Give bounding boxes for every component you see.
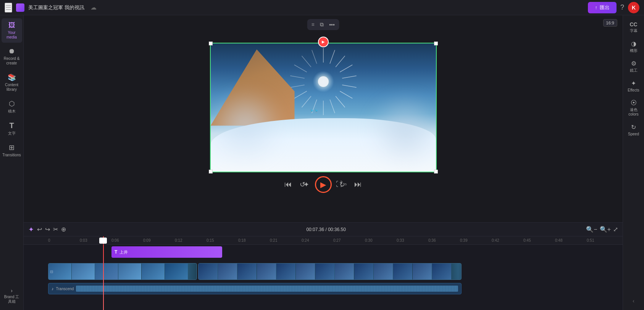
ruler-mark-4: 0:12 bbox=[175, 238, 207, 243]
cut-button[interactable]: ✂ bbox=[53, 226, 58, 233]
video-thumb-6 bbox=[165, 263, 188, 279]
fullscreen-button[interactable]: ⛶ bbox=[336, 180, 343, 188]
text-clip-icon: T bbox=[115, 249, 117, 255]
text-track-clip[interactable]: T 上井 bbox=[111, 246, 222, 258]
center-area: ⌗ ⧉ ••• 16:9 bbox=[24, 15, 623, 310]
magic-tool-button[interactable]: ✦ bbox=[303, 180, 309, 189]
ruler-mark-12: 0:36 bbox=[428, 238, 460, 243]
video-thumb-10 bbox=[257, 263, 276, 279]
undo-button[interactable]: ↩ bbox=[37, 226, 42, 233]
timeline-toolbar: ✦ ↩ ↪ ✂ ⊕ 00:07.36 / 00:36.50 🔍− 🔍+ ⤢ bbox=[24, 223, 623, 236]
ruler-mark-11: 0:33 bbox=[397, 238, 428, 243]
hamburger-button[interactable]: ☰ bbox=[5, 3, 12, 13]
preview-container: ⌗ ⧉ ••• 16:9 bbox=[24, 15, 623, 222]
sidebar-item-transitions[interactable]: ⊞ Transitions bbox=[2, 140, 22, 161]
aspect-ratio-button[interactable]: 16:9 bbox=[603, 19, 617, 27]
export-button[interactable]: ↑ 匯出 bbox=[588, 2, 617, 13]
topbar: ☰ 美工圖案之冠軍 我的視訊 ☁ ↑ 匯出 ? K bbox=[0, 0, 644, 15]
svg-line-6 bbox=[340, 91, 352, 98]
sidebar-item-record-create[interactable]: ⏺ Record &create bbox=[2, 44, 22, 69]
rs-item-shape[interactable]: ◑ 橢形 bbox=[624, 37, 643, 56]
more-tool-button[interactable]: ••• bbox=[328, 21, 336, 29]
playback-controls: ✦ ⏮ ↺5 ▶ ↻5 ⏭ ⛶ bbox=[284, 172, 362, 195]
help-button[interactable]: ? bbox=[620, 3, 624, 11]
magnet-button[interactable]: ⊕ bbox=[61, 226, 66, 233]
svg-line-16 bbox=[302, 56, 311, 67]
sidebar-item-your-media[interactable]: 🖼 Your media bbox=[2, 18, 22, 43]
video-clip-2[interactable] bbox=[198, 263, 462, 280]
main-area: 🖼 Your media ⏺ Record &create 📚 Contentl… bbox=[0, 15, 644, 310]
zoom-in-button[interactable]: 🔍+ bbox=[600, 226, 611, 233]
left-sidebar: 🖼 Your media ⏺ Record &create 📚 Contentl… bbox=[0, 15, 24, 310]
ruler-mark-17: 0:51 bbox=[587, 238, 618, 243]
export-arrow-icon: ↑ bbox=[595, 5, 597, 10]
preview-playhead-indicator: ▶ bbox=[318, 37, 329, 47]
svg-line-12 bbox=[294, 91, 307, 98]
redo-button[interactable]: ↪ bbox=[45, 226, 50, 233]
ruler-playhead-handle[interactable] bbox=[99, 238, 107, 244]
video-thumb-17 bbox=[393, 263, 412, 279]
video-thumb-8 bbox=[218, 263, 237, 279]
video-thumb-3 bbox=[95, 263, 118, 279]
svg-line-4 bbox=[342, 75, 356, 78]
pip-tool-button[interactable]: ⧉ bbox=[318, 21, 325, 29]
ruler-mark-14: 0:42 bbox=[492, 238, 523, 243]
filter-icon: ⚙ bbox=[631, 60, 636, 67]
topbar-left: ☰ 美工圖案之冠軍 我的視訊 ☁ bbox=[5, 3, 588, 13]
zoom-controls: 🔍− 🔍+ ⤢ bbox=[586, 226, 618, 233]
video-clip-1[interactable]: ⊟ bbox=[48, 263, 197, 280]
project-title: 美工圖案之冠軍 我的視訊 bbox=[28, 4, 84, 11]
corner-handle-bl[interactable] bbox=[209, 170, 213, 173]
prev-frame-button[interactable]: ⏮ bbox=[284, 180, 292, 189]
rs-item-caption[interactable]: CC 字幕 bbox=[624, 18, 643, 36]
add-track-button[interactable]: ✦ bbox=[28, 225, 34, 234]
sidebar-brand-toolbox[interactable]: › Brand 工具箱 bbox=[2, 284, 22, 307]
audio-clip-label: Transcend bbox=[56, 287, 74, 291]
video-thumb-15 bbox=[354, 263, 373, 279]
video-clip-lock-icon: ⊟ bbox=[50, 270, 53, 274]
timeline-ruler: 0 0:03 0:06 0:09 0:12 0:15 0:18 0:21 0:2… bbox=[24, 236, 623, 245]
sidebar-item-text[interactable]: T 文字 bbox=[2, 118, 22, 139]
video-track-row: ⊟ bbox=[48, 262, 623, 281]
preview-video: 🐦 🐦 bbox=[211, 43, 436, 172]
video-thumb-strip-2 bbox=[199, 263, 461, 279]
sticker-icon: ⬡ bbox=[9, 100, 15, 108]
svg-point-19 bbox=[318, 76, 329, 87]
video-thumb-2 bbox=[72, 263, 95, 279]
crop-tool-button[interactable]: ⌗ bbox=[310, 21, 316, 29]
fit-zoom-button[interactable]: ⤢ bbox=[613, 226, 618, 233]
avatar: K bbox=[628, 2, 639, 13]
play-pause-button[interactable]: ▶ bbox=[315, 176, 332, 193]
zoom-out-button[interactable]: 🔍− bbox=[586, 226, 597, 233]
content-library-icon: 📚 bbox=[8, 73, 16, 82]
svg-line-15 bbox=[294, 65, 307, 72]
sun-rays-svg bbox=[289, 47, 358, 116]
sidebar-item-content-library[interactable]: 📚 Contentlibrary bbox=[2, 70, 22, 95]
rs-item-colors[interactable]: ⦿ 遠色colors bbox=[624, 96, 643, 120]
rs-item-speed[interactable]: ↻ Speed bbox=[624, 120, 643, 140]
right-sidebar-collapse[interactable]: ‹ bbox=[629, 295, 638, 307]
svg-line-14 bbox=[290, 75, 304, 78]
sidebar-item-sticker[interactable]: ⬡ 積木 bbox=[2, 96, 22, 117]
corner-handle-tr[interactable] bbox=[434, 42, 438, 45]
corner-handle-br[interactable] bbox=[434, 170, 438, 173]
video-thumb-19 bbox=[432, 263, 451, 279]
audio-clip[interactable]: ♪ Transcend bbox=[48, 283, 462, 294]
audio-waveform bbox=[76, 286, 458, 292]
preview-toolbar: ⌗ ⧉ ••• bbox=[307, 19, 339, 30]
corner-handle-tl[interactable] bbox=[209, 42, 213, 45]
blur-overlay-left bbox=[211, 88, 283, 164]
text-clip-label: 上井 bbox=[119, 249, 128, 255]
ruler-mark-6: 0:18 bbox=[238, 238, 270, 243]
svg-line-13 bbox=[290, 85, 304, 87]
video-thumb-12 bbox=[296, 263, 315, 279]
next-frame-button[interactable]: ⏭ bbox=[354, 180, 362, 189]
figures: 🐦 🐦 bbox=[310, 109, 318, 112]
expand-icon: › bbox=[11, 288, 13, 294]
rs-item-effects[interactable]: ✦ Effects bbox=[624, 77, 643, 96]
svg-line-8 bbox=[330, 99, 335, 113]
video-thumb-16 bbox=[374, 263, 393, 279]
effects-icon: ✦ bbox=[631, 80, 636, 87]
ruler-mark-13: 0:39 bbox=[460, 238, 492, 243]
rs-item-filter[interactable]: ⚙ 鏡工 bbox=[624, 57, 643, 76]
